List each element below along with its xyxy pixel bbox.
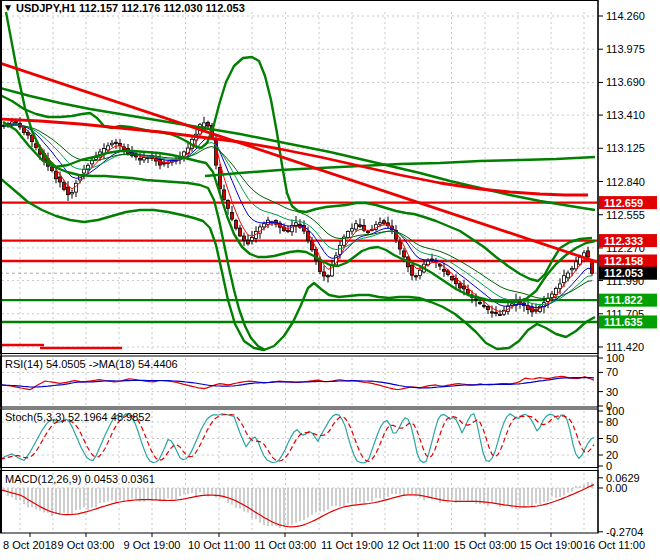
price-tick-label: 112.840 [606,176,645,188]
chart-window: 114.260113.975113.690113.410113.125112.8… [0,0,660,560]
time-axis-label: 9 Oct 19:00 [124,539,181,551]
indicator-scale-label: 30 [606,386,618,398]
chart-title: USDJPY,H1 112.157 112.176 112.030 112.05… [16,2,245,14]
rsi-label: RSI(14) 54.0505 ->MA(18) 54.4406 [5,358,178,370]
time-axis-label: 11 Oct 19:00 [321,539,383,551]
trading-chart-svg[interactable]: 114.260113.975113.690113.410113.125112.8… [0,0,660,560]
indicator-scale-label: 70 [606,366,618,378]
indicator-scale-label: 0 [606,460,612,472]
price-tick-label: 113.410 [606,109,645,121]
time-axis-label: 15 Oct 03:00 [454,539,517,551]
indicator-scale-label: -0.2704 [606,526,643,538]
price-badge-label: 112.158 [604,255,643,267]
price-badge-label: 112.333 [604,235,643,247]
price-tick-label: 113.690 [606,76,645,88]
macd-label: MACD(12,26,9) 0.0453 0.0361 [5,473,155,485]
time-axis-label: 15 Oct 19:00 [520,539,583,551]
time-axis-label: 8 Oct 2018 [3,539,57,551]
price-tick-label: 112.555 [606,209,645,221]
indicator-scale-label: 80 [606,416,618,428]
price-tick-label: 113.975 [606,43,645,55]
time-axis-label: 16 Oct 11:00 [583,539,645,551]
price-tick-label: 113.125 [606,142,645,154]
time-axis-label: 11 Oct 03:00 [254,539,316,551]
indicator-scale-label: 50 [606,433,618,445]
price-tick-label: 114.260 [606,10,645,22]
time-axis-label: 9 Oct 03:00 [58,539,115,551]
price-badge-label: 111.822 [604,294,643,306]
stoch-label: Stoch(5,3,3) 52.1964 48.9852 [5,411,151,423]
time-axis-label: 12 Oct 11:00 [387,539,449,551]
symbol-dropdown-icon: ▼ [3,2,13,13]
time-axis-label: 10 Oct 11:00 [188,539,250,551]
price-badge-label: 111.635 [604,316,643,328]
indicator-scale-label: 100 [606,352,624,364]
indicator-scale-label: 0.00 [606,482,627,494]
price-badge-label: 112.659 [604,197,643,209]
price-badge-label: 112.053 [604,267,643,279]
